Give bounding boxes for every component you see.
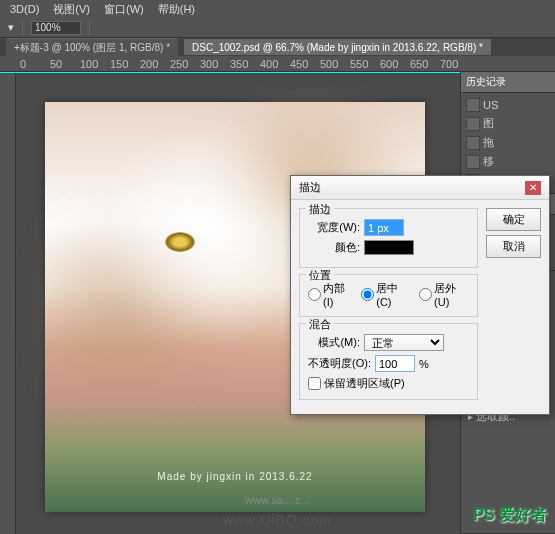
- group-label: 位置: [306, 268, 334, 283]
- menubar: 3D(D) 视图(V) 窗口(W) 帮助(H): [0, 0, 555, 18]
- dialog-buttons: 确定 取消: [486, 208, 541, 406]
- color-swatch[interactable]: [364, 240, 414, 255]
- menu-view[interactable]: 视图(V): [47, 0, 96, 19]
- opacity-label: 不透明度(O):: [308, 356, 371, 371]
- doc-tab-1[interactable]: +标题-3 @ 100% (图层 1, RGB/8) *: [6, 38, 178, 57]
- mode-label: 模式(M):: [308, 335, 360, 350]
- preserve-label: 保留透明区域(P): [324, 376, 405, 391]
- dialog-title-text: 描边: [299, 180, 321, 195]
- menu-window[interactable]: 窗口(W): [98, 0, 150, 19]
- dialog-titlebar[interactable]: 描边 ✕: [291, 176, 549, 200]
- close-icon[interactable]: ✕: [525, 181, 541, 195]
- history-icon: [466, 155, 480, 169]
- group-label: 描边: [306, 202, 334, 217]
- doc-tab-2[interactable]: DSC_1002.psd @ 66.7% (Made by jingxin in…: [184, 39, 491, 55]
- history-item[interactable]: US: [464, 96, 552, 114]
- position-group: 位置 内部(I) 居中(C) 居外(U): [299, 274, 478, 317]
- history-icon: [466, 136, 480, 150]
- menu-3d[interactable]: 3D(D): [4, 1, 45, 17]
- separator: [89, 21, 90, 35]
- watermark-url: www.UiBQ.com: [223, 512, 332, 528]
- stroke-group: 描边 宽度(W): 颜色:: [299, 208, 478, 268]
- document-tabs: +标题-3 @ 100% (图层 1, RGB/8) * DSC_1002.ps…: [0, 38, 555, 56]
- color-label: 颜色:: [308, 240, 360, 255]
- dialog-body: 描边 宽度(W): 颜色: 位置 内部(I) 居中(C) 居外(U): [291, 200, 549, 414]
- tool-indicator[interactable]: ▾: [8, 21, 14, 34]
- history-item[interactable]: 移: [464, 152, 552, 171]
- opacity-unit: %: [419, 358, 429, 370]
- group-label: 混合: [306, 317, 334, 332]
- pos-outside-radio[interactable]: 居外(U): [419, 281, 469, 308]
- ruler-horizontal: 0 50 100 150 200 250 300 350 400 450 500…: [0, 56, 555, 72]
- ruler-vertical: [0, 72, 16, 534]
- history-icon: [466, 98, 480, 112]
- width-label: 宽度(W):: [308, 220, 360, 235]
- watermark-logo: PS 爱好者: [473, 505, 547, 526]
- dialog-content: 描边 宽度(W): 颜色: 位置 内部(I) 居中(C) 居外(U): [299, 208, 478, 406]
- cancel-button[interactable]: 取消: [486, 235, 541, 258]
- history-icon: [466, 117, 480, 131]
- canvas-caption: Made by jingxin in 2013.6.22: [157, 471, 312, 482]
- pos-center-radio[interactable]: 居中(C): [361, 281, 411, 308]
- pos-inside-radio[interactable]: 内部(I): [308, 281, 353, 308]
- history-item[interactable]: 图: [464, 114, 552, 133]
- opacity-input[interactable]: [375, 355, 415, 372]
- separator: [22, 21, 23, 35]
- mode-select[interactable]: 正常: [364, 334, 444, 351]
- preserve-transparency-checkbox[interactable]: [308, 377, 321, 390]
- menu-help[interactable]: 帮助(H): [152, 0, 201, 19]
- blend-group: 混合 模式(M): 正常 不透明度(O): % 保留透明区域(P): [299, 323, 478, 400]
- watermark-small: www.sa....c...: [245, 494, 310, 506]
- width-input[interactable]: [364, 219, 404, 236]
- guide-line[interactable]: [0, 72, 460, 73]
- ok-button[interactable]: 确定: [486, 208, 541, 231]
- stroke-dialog: 描边 ✕ 描边 宽度(W): 颜色: 位置 内部(I) 居中(C): [290, 175, 550, 415]
- history-item[interactable]: 拖: [464, 133, 552, 152]
- options-bar: ▾ 100%: [0, 18, 555, 38]
- subject-bee: [165, 232, 195, 252]
- history-panel-tab[interactable]: 历史记录: [461, 72, 555, 93]
- zoom-level[interactable]: 100%: [31, 21, 81, 35]
